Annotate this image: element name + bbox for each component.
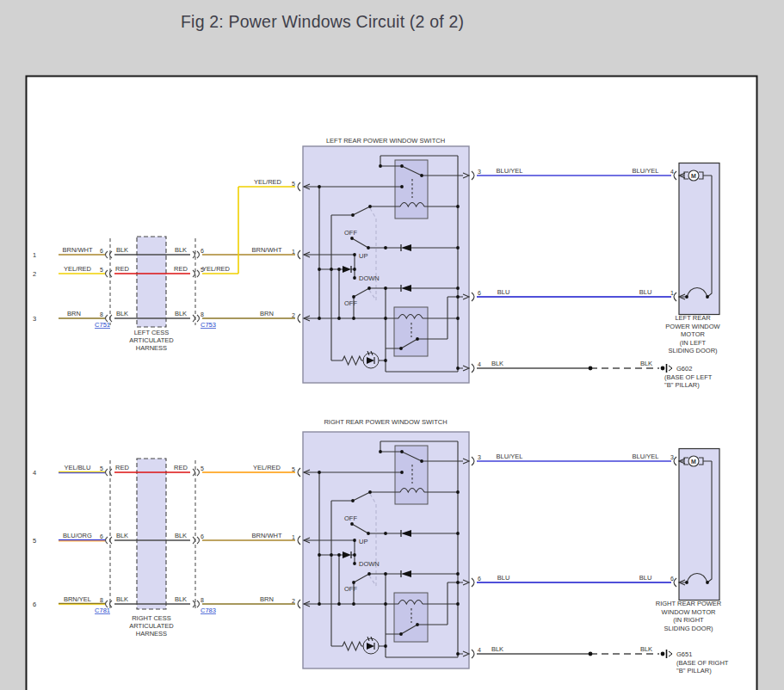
- harness-label: HARNESS: [136, 630, 167, 638]
- motor-label: POWER WINDOW: [665, 323, 720, 330]
- pin-number: 5: [100, 267, 103, 273]
- wire-color-label: BLU/YEL: [497, 453, 523, 460]
- pin-number: 8: [201, 311, 204, 317]
- motor-label: MOTOR: [681, 330, 705, 338]
- pin-number: 6: [100, 533, 103, 539]
- pin-number: 6: [478, 576, 481, 582]
- motor-label: SLIDING DOOR): [664, 625, 713, 632]
- wire-color-label: BLK: [175, 532, 187, 539]
- motor-letter: M: [691, 459, 696, 465]
- wire-number: 5: [33, 537, 36, 545]
- motor-label: (IN RIGHT: [673, 616, 704, 624]
- ground-location: "B" PILLAR): [676, 667, 712, 675]
- harness-label: LEFT CESS: [134, 329, 170, 336]
- pin-number: 6: [201, 533, 204, 539]
- pin-number: 1: [292, 534, 295, 540]
- wire-color-label: BLU/YEL: [497, 167, 523, 175]
- pin-number: 4: [478, 361, 481, 367]
- wire-color-label: RED: [174, 265, 188, 273]
- wire-color-label: BLK: [491, 645, 503, 653]
- wire-color-label: BRN/WHT: [63, 246, 93, 254]
- wire-color-label: YEL/RED: [253, 464, 281, 471]
- wire-color-label: BRN/WHT: [252, 532, 282, 539]
- pin-number: 1: [670, 290, 674, 296]
- wire-number: 1: [33, 251, 36, 259]
- wire-color-label: BLK: [175, 246, 187, 254]
- wire-color-label: YEL/BLU: [65, 464, 91, 471]
- harness-label: HARNESS: [136, 344, 167, 352]
- wire-color-label: BLK: [175, 310, 187, 317]
- wire-color-label: BLU: [497, 288, 510, 296]
- wiring-diagram: OFF UP DOWN OFF LEFT REAR POWER WINDOW S…: [0, 0, 784, 690]
- wire-color-label: BLK: [640, 645, 652, 653]
- wire-color-label: BLU/YEL: [633, 167, 659, 175]
- ground-location: (BASE OF RIGHT: [676, 659, 729, 667]
- pin-number: 6: [201, 248, 204, 254]
- connector-link-C781[interactable]: C781: [95, 607, 110, 614]
- wire-color-label: YEL/RED: [64, 265, 92, 273]
- motor-label: WINDOW MOTOR: [662, 608, 716, 616]
- motor-label: (IN LEFT: [680, 339, 707, 347]
- wire-color-label: BRN/YEL: [64, 595, 91, 603]
- wire-color-label: BLU: [497, 574, 510, 582]
- switch-title: LEFT REAR POWER WINDOW SWITCH: [326, 137, 445, 145]
- ground-location: (BASE OF LEFT: [664, 373, 713, 381]
- wire-color-label: RED: [115, 265, 129, 273]
- wire-color-label: BLU: [639, 288, 652, 296]
- ground-location: "B" PILLAR): [664, 381, 700, 389]
- wire-color-label: BRN: [260, 310, 274, 317]
- wire-number: 4: [33, 469, 36, 477]
- wire-number: 3: [33, 315, 36, 323]
- harness-label: ARTICULATED: [129, 336, 174, 344]
- pin-number: 5: [292, 466, 295, 472]
- wire-color-label: BLU/ORG: [63, 532, 92, 539]
- wire-color-label: BLU/YEL: [633, 453, 659, 460]
- connector-link-C753[interactable]: C753: [201, 321, 216, 329]
- wire-color-label: YEL/RED: [254, 178, 282, 186]
- wire-color-label: BLK: [491, 360, 503, 367]
- wire-number: 2: [33, 270, 36, 278]
- right-rear-window-switch: [298, 432, 474, 668]
- wire-color-label: RED: [115, 464, 129, 471]
- pin-number: 1: [292, 249, 295, 255]
- pin-number: 2: [292, 312, 295, 318]
- ground-name: G651: [676, 650, 692, 658]
- pin-number: 3: [478, 454, 481, 460]
- connector-link-C783[interactable]: C783: [201, 607, 216, 614]
- left-rear-window-switch: [298, 146, 474, 383]
- pin-number: 2: [292, 598, 295, 604]
- motor-label: LEFT REAR: [675, 314, 711, 322]
- wire-color-label: BLK: [116, 532, 128, 539]
- pin-number: 5: [201, 465, 204, 471]
- pin-number: 3: [478, 169, 481, 175]
- pin-number: 3: [670, 454, 674, 460]
- wire-color-label: BLK: [116, 310, 128, 317]
- motor-label: SLIDING DOOR): [668, 347, 718, 354]
- pin-number: 6: [100, 248, 103, 254]
- wire-color-label: BRN: [260, 595, 274, 603]
- switch-title: RIGHT REAR POWER WINDOW SWITCH: [324, 418, 447, 426]
- left-rear-window-motor: M: [674, 163, 719, 315]
- wire-color-label: RED: [174, 464, 188, 471]
- pin-number: 8: [100, 597, 103, 603]
- pin-number: 5: [100, 465, 103, 471]
- wire-color-label: YEL/RED: [202, 265, 231, 273]
- pin-number: 4: [478, 647, 481, 653]
- harness-box: [137, 459, 166, 609]
- connector-link-C751[interactable]: C751: [95, 321, 110, 329]
- pin-number: 8: [201, 597, 204, 603]
- wire-number: 6: [33, 601, 36, 608]
- pin-number: 6: [670, 576, 674, 582]
- wire-color-label: BLK: [116, 246, 128, 254]
- wire-color-label: BLU: [639, 574, 652, 582]
- ground-name: G602: [676, 365, 692, 373]
- pin-number: 8: [100, 311, 103, 317]
- motor-letter: M: [691, 173, 696, 179]
- wire-color-label: BRN/WHT: [252, 246, 282, 254]
- motor-label: RIGHT REAR POWER: [656, 600, 722, 607]
- wire-color-label: BLK: [175, 595, 187, 603]
- pin-number: 6: [478, 290, 481, 296]
- harness-label: RIGHT CESS: [132, 614, 171, 622]
- wire-color-label: BLK: [116, 595, 128, 603]
- wire-color-label: BRN: [67, 310, 81, 317]
